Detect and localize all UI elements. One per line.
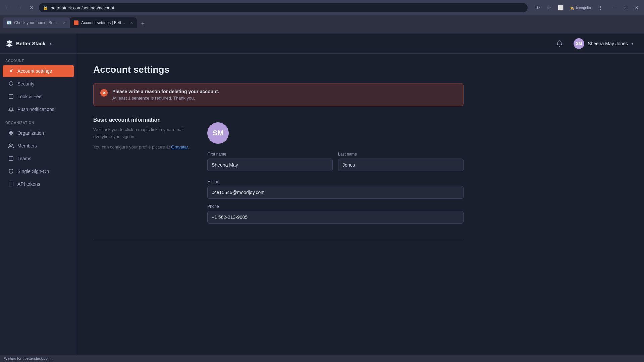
tab-bar: 📧 Check your inbox | Better Stack ✕ Acco… xyxy=(0,15,644,28)
sidebar-item-organization[interactable]: Organization xyxy=(3,127,74,139)
single-sign-on-label: Single Sign-On xyxy=(17,169,49,174)
last-name-input[interactable] xyxy=(338,159,464,171)
api-tokens-label: API tokens xyxy=(17,181,40,187)
svg-point-0 xyxy=(10,70,12,72)
tab1-close[interactable]: ✕ xyxy=(63,21,66,25)
tab1-label: Check your inbox | Better Stack xyxy=(14,20,59,25)
bookmark-btn[interactable]: ☆ xyxy=(544,3,554,12)
error-text-container: Please write a reason for deleting your … xyxy=(112,89,219,101)
logo-text: Better Stack xyxy=(16,41,46,46)
members-icon xyxy=(8,143,14,149)
maximize-button[interactable]: □ xyxy=(621,3,631,12)
single-sign-on-icon xyxy=(8,168,14,174)
sidebar-chevron-icon: ▾ xyxy=(50,41,52,46)
basic-info-left: Basic account information We'll ask you … xyxy=(93,117,194,229)
phone-input[interactable] xyxy=(207,211,464,224)
top-bar: SM Sheena May Jones ▾ xyxy=(77,34,644,54)
look-feel-label: Look & Feel xyxy=(17,94,43,99)
basic-info-right: SM First name Last name xyxy=(207,117,464,229)
basic-info-section: Basic account information We'll ask you … xyxy=(93,117,464,240)
error-icon: ✕ xyxy=(100,89,108,97)
svg-rect-1 xyxy=(9,95,13,99)
reload-button[interactable]: ✕ xyxy=(27,3,36,12)
profile-avatar: SM xyxy=(207,122,229,144)
hide-icon-btn[interactable]: 👁 xyxy=(533,3,542,12)
app-layout: Better Stack ▾ ACCOUNT Account settings … xyxy=(0,34,644,362)
push-notifications-label: Push notifications xyxy=(17,107,54,112)
tab-1[interactable]: 📧 Check your inbox | Better Stack ✕ xyxy=(3,17,70,28)
back-button[interactable]: ← xyxy=(3,3,12,12)
sidebar-item-api-tokens[interactable]: API tokens xyxy=(3,178,74,190)
sidebar-item-teams[interactable]: Teams xyxy=(3,153,74,165)
sidebar-item-security[interactable]: Security xyxy=(3,78,74,90)
incognito-badge: 🕵 Incognito xyxy=(567,5,594,11)
last-name-group: Last name xyxy=(338,152,464,171)
notification-button[interactable] xyxy=(553,38,566,50)
basic-info-desc2: You can configure your profile picture a… xyxy=(93,144,194,151)
browser-nav: ← → ✕ 🔒 betterstack.com/settings/account… xyxy=(3,3,641,12)
name-row: First name Last name xyxy=(207,152,464,171)
lock-icon: 🔒 xyxy=(43,5,48,10)
security-icon xyxy=(8,81,14,87)
minimize-button[interactable]: — xyxy=(610,3,620,12)
email-section: E-mail Phone xyxy=(207,179,464,224)
basic-info-desc1: We'll ask you to click a magic link in y… xyxy=(93,126,194,140)
tab-2[interactable]: Account settings | Better Stack ✕ xyxy=(70,17,137,28)
organization-section-label: ORGANIZATION xyxy=(0,116,77,127)
tab2-favicon xyxy=(74,20,78,25)
browser-toolbar: ← → ✕ 🔒 betterstack.com/settings/account… xyxy=(0,0,644,15)
organization-icon xyxy=(8,130,14,136)
sidebar: Better Stack ▾ ACCOUNT Account settings … xyxy=(0,34,77,362)
browser-chrome: ← → ✕ 🔒 betterstack.com/settings/account… xyxy=(0,0,644,34)
address-bar[interactable]: 🔒 betterstack.com/settings/account xyxy=(39,3,528,12)
email-input[interactable] xyxy=(207,186,464,199)
svg-rect-4 xyxy=(9,133,11,135)
account-settings-label: Account settings xyxy=(17,68,52,74)
more-btn[interactable]: ⋮ xyxy=(596,3,605,12)
account-section-label: ACCOUNT xyxy=(0,54,77,65)
user-menu-chevron-icon: ▾ xyxy=(631,41,633,46)
url-text: betterstack.com/settings/account xyxy=(51,5,524,10)
sidebar-item-account-settings[interactable]: Account settings xyxy=(3,65,74,77)
look-feel-icon xyxy=(8,94,14,100)
sidebar-item-members[interactable]: Members xyxy=(3,140,74,152)
page-content: Account settings ✕ Please write a reason… xyxy=(77,54,480,261)
incognito-label: Incognito xyxy=(576,6,591,10)
last-name-label: Last name xyxy=(338,152,464,157)
first-name-group: First name xyxy=(207,152,333,171)
basic-info-heading: Basic account information xyxy=(93,117,194,123)
svg-rect-5 xyxy=(11,133,13,135)
svg-rect-2 xyxy=(9,131,11,133)
avatar-row: SM xyxy=(207,122,464,144)
close-button[interactable]: ✕ xyxy=(632,3,641,12)
browser-actions: 👁 ☆ ⬜ 🕵 Incognito ⋮ xyxy=(533,3,605,12)
status-text: Waiting for t.betterstack.com... xyxy=(4,356,54,360)
sidebar-item-push-notifications[interactable]: Push notifications xyxy=(3,103,74,115)
gravatar-link[interactable]: Gravatar xyxy=(171,144,188,149)
tab2-close[interactable]: ✕ xyxy=(130,21,133,25)
members-label: Members xyxy=(17,143,37,148)
error-main-text: Please write a reason for deleting your … xyxy=(112,89,219,94)
logo-icon xyxy=(5,40,13,48)
sidebar-logo: Better Stack xyxy=(5,40,46,48)
user-name: Sheena May Jones xyxy=(588,41,628,46)
user-menu[interactable]: SM Sheena May Jones ▾ xyxy=(571,37,636,50)
sidebar-header[interactable]: Better Stack ▾ xyxy=(0,34,77,54)
split-view-btn[interactable]: ⬜ xyxy=(556,3,565,12)
email-group: E-mail xyxy=(207,179,464,199)
sidebar-item-single-sign-on[interactable]: Single Sign-On xyxy=(3,165,74,177)
new-tab-button[interactable]: + xyxy=(138,19,148,28)
avatar: SM xyxy=(574,38,584,49)
svg-rect-8 xyxy=(9,182,13,186)
forward-button[interactable]: → xyxy=(15,3,24,12)
first-name-input[interactable] xyxy=(207,159,333,171)
tab1-favicon: 📧 xyxy=(7,20,11,25)
sidebar-item-look-feel[interactable]: Look & Feel xyxy=(3,90,74,103)
svg-rect-3 xyxy=(11,131,13,133)
teams-label: Teams xyxy=(17,156,31,161)
security-label: Security xyxy=(17,81,35,86)
account-settings-icon xyxy=(8,68,14,74)
page-title: Account settings xyxy=(93,64,464,75)
status-bar: Waiting for t.betterstack.com... xyxy=(0,355,644,362)
push-notifications-icon xyxy=(8,106,14,112)
